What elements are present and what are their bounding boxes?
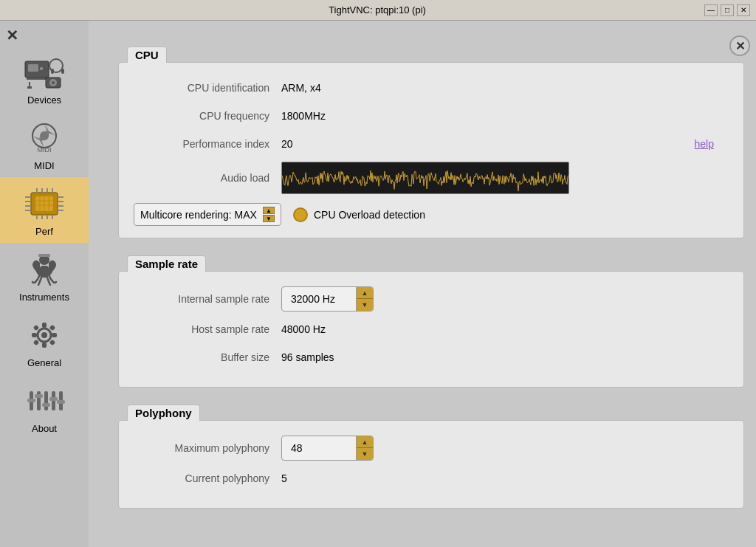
instruments-icon <box>24 249 65 290</box>
max-polyphony-value: 48 <box>282 438 356 458</box>
cpu-frequency-label: CPU frequency <box>134 110 281 122</box>
svg-text:MIDI: MIDI <box>38 146 52 154</box>
multicore-label: Multicore rendering: MAX <box>140 209 257 221</box>
sidebar-item-devices[interactable]: Devices <box>0 46 89 111</box>
svg-rect-6 <box>61 69 64 74</box>
cpu-identification-label: CPU identification <box>134 82 281 94</box>
sample-rate-panel-title: Sample rate <box>127 255 206 272</box>
svg-rect-45 <box>32 333 37 337</box>
overload-dot[interactable] <box>293 207 308 222</box>
svg-rect-1 <box>28 64 38 72</box>
current-polyphony-label: Current polyphony <box>134 472 281 484</box>
cpu-frequency-value: 1800MHz <box>281 110 326 122</box>
content-area: ✕ CPU CPU identification ARM, x4 CPU fre… <box>89 21 756 547</box>
svg-rect-59 <box>49 397 58 401</box>
buffer-size-row: Buffer size 96 samples <box>134 347 729 368</box>
svg-rect-43 <box>42 323 47 328</box>
buffer-size-label: Buffer size <box>134 351 281 363</box>
max-polyphony-arrows: ▲ ▼ <box>356 436 373 460</box>
multicore-up-arrow[interactable]: ▲ <box>263 207 275 214</box>
max-polyphony-down[interactable]: ▼ <box>357 448 373 460</box>
max-polyphony-row: Maximum polyphony 48 ▲ ▼ <box>134 436 729 461</box>
multicore-arrows: ▲ ▼ <box>263 207 275 222</box>
svg-rect-48 <box>49 325 55 331</box>
sidebar-item-perf[interactable]: Perf <box>0 177 89 243</box>
svg-rect-56 <box>27 399 35 402</box>
sidebar-item-instruments[interactable]: Instruments <box>0 243 89 309</box>
close-button[interactable]: ✕ <box>737 4 750 16</box>
cpu-panel-body: CPU identification ARM, x4 CPU frequency… <box>118 62 744 238</box>
devices-icon <box>24 52 65 93</box>
host-sample-rate-label: Host sample rate <box>134 323 281 335</box>
midi-icon: MIDI <box>24 117 65 159</box>
svg-rect-40 <box>38 254 50 257</box>
svg-rect-49 <box>33 340 39 345</box>
audio-load-row: Audio load <box>134 162 729 194</box>
svg-rect-44 <box>42 343 47 348</box>
general-icon <box>24 314 65 356</box>
internal-sample-rate-down[interactable]: ▼ <box>357 299 373 311</box>
sidebar-item-general-label: General <box>27 357 61 368</box>
sidebar-item-about-label: About <box>32 423 57 434</box>
cpu-frequency-row: CPU frequency 1800MHz <box>134 106 729 126</box>
sidebar-item-midi[interactable]: MIDI MIDI <box>0 111 89 177</box>
cpu-identification-value: ARM, x4 <box>281 82 321 94</box>
minimize-button[interactable]: — <box>704 4 718 16</box>
polyphony-panel-title: Polyphony <box>127 405 200 421</box>
performance-index-value: 20 <box>281 138 695 150</box>
cpu-identification-row: CPU identification ARM, x4 <box>134 78 729 98</box>
close-circle-button[interactable]: ✕ <box>729 35 750 56</box>
sidebar-item-instruments-label: Instruments <box>19 292 69 303</box>
help-link[interactable]: help <box>695 138 714 150</box>
multicore-row: Multicore rendering: MAX ▲ ▼ CPU Overloa… <box>134 203 729 226</box>
polyphony-panel: Polyphony Maximum polyphony 48 ▲ ▼ Cur <box>118 405 744 509</box>
current-polyphony-value: 5 <box>281 472 287 484</box>
perf-icon <box>24 183 65 224</box>
multicore-select[interactable]: Multicore rendering: MAX ▲ ▼ <box>134 203 281 226</box>
performance-index-content: 20 help <box>281 138 729 150</box>
cpu-panel: CPU CPU identification ARM, x4 CPU frequ… <box>118 47 744 238</box>
about-icon <box>24 380 65 422</box>
internal-sample-rate-value: 32000 Hz <box>282 289 356 309</box>
sidebar: ✕ <box>0 21 89 547</box>
current-polyphony-row: Current polyphony 5 <box>134 468 729 489</box>
svg-rect-60 <box>57 400 65 404</box>
performance-index-label: Performance index <box>134 138 281 150</box>
sample-rate-panel: Sample rate Internal sample rate 32000 H… <box>118 256 744 388</box>
max-polyphony-spinner[interactable]: 48 ▲ ▼ <box>281 436 374 461</box>
svg-rect-2 <box>40 67 43 70</box>
svg-point-11 <box>52 81 55 84</box>
internal-sample-rate-spinner[interactable]: 32000 Hz ▲ ▼ <box>281 286 374 312</box>
svg-rect-57 <box>35 394 43 398</box>
buffer-size-value: 96 samples <box>281 351 334 363</box>
sidebar-item-about[interactable]: About <box>0 374 89 440</box>
internal-sample-rate-row: Internal sample rate 32000 Hz ▲ ▼ <box>134 286 729 312</box>
close-x-button[interactable]: ✕ <box>0 28 18 43</box>
svg-rect-58 <box>42 403 50 407</box>
svg-point-13 <box>40 131 49 140</box>
titlebar-controls: — □ ✕ <box>704 4 750 16</box>
multicore-down-arrow[interactable]: ▼ <box>263 215 275 222</box>
overload-indicator: CPU Overload detection <box>293 207 425 222</box>
audio-load-label: Audio load <box>134 172 281 184</box>
svg-rect-46 <box>52 333 57 337</box>
audio-load-chart <box>281 162 569 194</box>
svg-rect-50 <box>49 340 55 345</box>
svg-rect-53 <box>44 391 48 410</box>
sidebar-item-midi-label: MIDI <box>34 160 54 171</box>
internal-sample-rate-arrows: ▲ ▼ <box>356 287 373 311</box>
titlebar: TightVNC: ptqpi:10 (pi) — □ ✕ <box>0 0 756 21</box>
cpu-panel-title: CPU <box>127 47 167 63</box>
internal-sample-rate-up[interactable]: ▲ <box>357 287 373 299</box>
max-polyphony-label: Maximum polyphony <box>134 442 281 454</box>
maximize-button[interactable]: □ <box>721 4 734 16</box>
svg-point-42 <box>41 332 47 338</box>
main-container: ✕ <box>0 21 756 547</box>
sidebar-item-general[interactable]: General <box>0 309 89 374</box>
svg-rect-47 <box>33 325 39 331</box>
sidebar-item-devices-label: Devices <box>27 94 61 106</box>
max-polyphony-up[interactable]: ▲ <box>357 436 373 448</box>
sample-rate-panel-body: Internal sample rate 32000 Hz ▲ ▼ Host s… <box>118 271 744 388</box>
sidebar-item-perf-label: Perf <box>35 226 53 237</box>
titlebar-title: TightVNC: ptqpi:10 (pi) <box>50 4 704 16</box>
